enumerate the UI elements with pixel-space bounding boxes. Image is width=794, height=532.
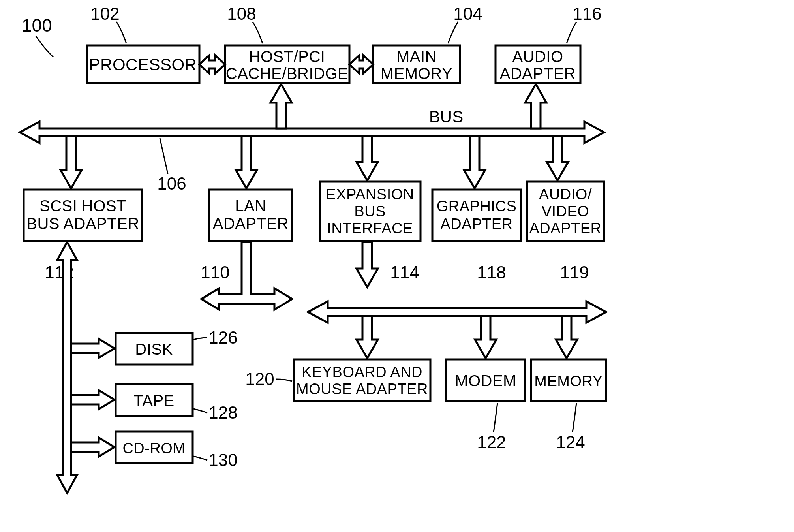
ref-104: 104	[453, 4, 482, 23]
graphics-box	[432, 190, 521, 241]
ref-124: 124	[556, 432, 585, 452]
arrow-bus-audio	[525, 84, 546, 128]
arrow-sec-mem	[556, 316, 577, 358]
arrow-sec-kb	[357, 316, 378, 358]
arrow-host-mem	[349, 55, 373, 73]
ref-116: 116	[573, 4, 601, 23]
ref-106: 106	[157, 174, 186, 193]
ref-120: 120	[245, 369, 274, 389]
ref-119: 119	[560, 263, 589, 282]
ref-118: 118	[477, 263, 506, 282]
architecture-diagram: PROCESSOR HOST/PCI CACHE/BRIDGE MAIN MEM…	[0, 0, 794, 532]
scsi-label-2: BUS ADAPTER	[26, 215, 139, 232]
lan-label-1: LAN	[235, 197, 266, 214]
graphics-label-1: GRAPHICS	[437, 198, 516, 214]
lead-120	[276, 379, 292, 381]
lead-116	[567, 22, 576, 43]
arrow-bus-hostpci	[270, 84, 292, 128]
disk-label: DISK	[135, 340, 173, 358]
memory-label: MEMORY	[534, 373, 603, 389]
arrow-proc-host	[199, 55, 225, 73]
av-label-2: VIDEO	[542, 203, 589, 220]
lead-100	[36, 36, 53, 57]
bus-label: BUS	[429, 107, 463, 126]
arrow-to-cdrom	[71, 438, 115, 457]
arrow-bus-gfx	[464, 136, 485, 188]
expbus-label-1: EXPANSION	[326, 186, 414, 203]
arrow-exp-down	[357, 242, 378, 287]
lan-label-2: ADAPTER	[213, 215, 289, 232]
lead-108	[253, 22, 263, 43]
lead-128	[193, 409, 207, 413]
expbus-label-2: BUS	[354, 203, 386, 220]
graphics-label-2: ADAPTER	[441, 216, 513, 232]
ref-108: 108	[227, 4, 256, 23]
ref-114: 114	[390, 263, 419, 282]
ref-126: 126	[208, 328, 237, 347]
processor-label: PROCESSOR	[89, 55, 197, 74]
arrow-to-tape	[71, 390, 115, 409]
arrow-bus-scsi	[60, 136, 82, 188]
lead-104	[448, 22, 458, 43]
ref-110: 110	[201, 263, 229, 282]
lead-126	[193, 338, 207, 340]
arrow-bus-exp	[357, 136, 378, 180]
arrow-to-disk	[71, 339, 115, 358]
arrow-bus-lan	[236, 136, 257, 188]
arrow-sec-modem	[475, 316, 496, 358]
cdrom-label: CD-ROM	[122, 440, 185, 457]
audio-label-1: AUDIO	[512, 48, 563, 65]
ref-100: 100	[22, 15, 52, 36]
tape-label: TAPE	[133, 392, 175, 409]
ref-130: 130	[208, 450, 237, 470]
audio-label-2: ADAPTER	[500, 65, 576, 82]
scsi-label-1: SCSI HOST	[39, 197, 126, 214]
ref-102: 102	[90, 4, 119, 23]
expbus-label-3: INTERFACE	[327, 220, 413, 237]
bus-main	[20, 122, 604, 143]
modem-label: MODEM	[455, 372, 516, 389]
kbmouse-label-1: KEYBOARD AND	[302, 364, 422, 380]
lead-106	[160, 138, 168, 174]
ref-122: 122	[477, 432, 506, 452]
arrow-bus-av	[547, 136, 568, 180]
hostpci-label-2: CACHE/BRIDGE	[226, 65, 349, 82]
av-label-1: AUDIO/	[539, 186, 592, 203]
lead-102	[116, 22, 126, 43]
ref-128: 128	[208, 403, 237, 422]
lead-130	[193, 456, 207, 460]
av-label-3: ADAPTER	[529, 220, 602, 237]
mainmem-label-2: MEMORY	[381, 65, 452, 82]
kbmouse-label-2: MOUSE ADAPTER	[296, 381, 428, 397]
hostpci-label-1: HOST/PCI	[249, 48, 325, 65]
lead-122	[494, 403, 497, 432]
mainmem-label-1: MAIN	[396, 48, 437, 65]
lead-124	[573, 403, 576, 432]
